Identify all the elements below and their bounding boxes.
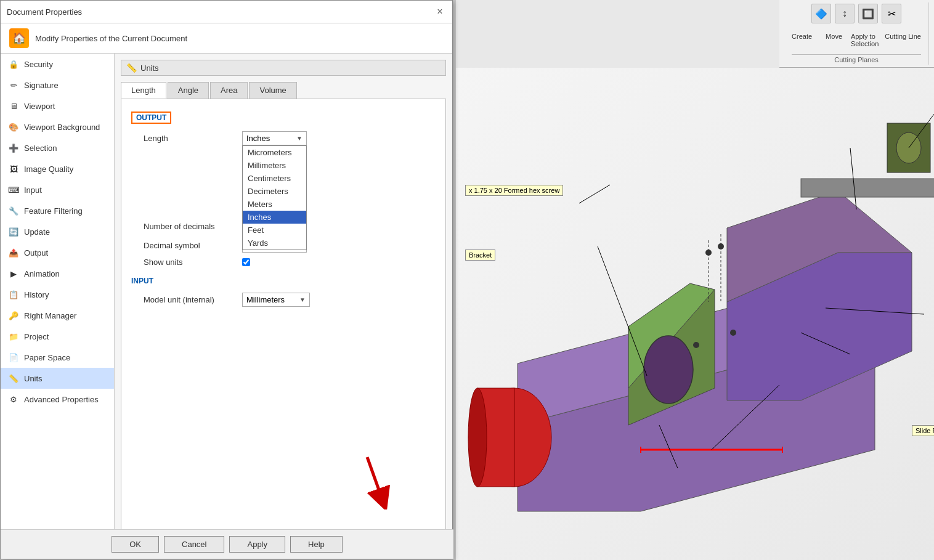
option-inches[interactable]: Inches bbox=[243, 211, 306, 224]
tab-volume[interactable]: Volume bbox=[249, 82, 296, 99]
toolbar-icons-row: 🔷 ↕ 🔲 ✂ bbox=[811, 4, 901, 23]
document-properties-dialog: Document Properties × 🏠 Modify Propertie… bbox=[0, 0, 453, 559]
image-quality-icon: 🖼 bbox=[8, 163, 19, 174]
animation-icon: ▶ bbox=[8, 268, 19, 279]
units-icon: 📏 bbox=[8, 373, 19, 384]
cad-assembly-svg bbox=[456, 68, 934, 560]
input-section-header: INPUT bbox=[131, 277, 436, 285]
tabs-bar: Length Angle Area Volume bbox=[121, 82, 446, 99]
sidebar-item-output[interactable]: 📤 Output bbox=[1, 242, 114, 263]
sidebar-item-input[interactable]: ⌨ Input bbox=[1, 179, 114, 200]
sidebar-item-history[interactable]: 📋 History bbox=[1, 284, 114, 305]
sidebar-label-paper-space: Paper Space bbox=[24, 353, 70, 362]
viewport-icon: 🖥 bbox=[8, 100, 19, 112]
sidebar-item-security[interactable]: 🔒 Security bbox=[1, 54, 114, 75]
create-icon[interactable]: 🔷 bbox=[811, 4, 831, 23]
cutting-line-label: Cutting Line bbox=[885, 33, 921, 47]
model-unit-dropdown[interactable]: Millimeters ▼ bbox=[242, 293, 310, 307]
annotation-slide-plate: Slide Plate bbox=[912, 425, 934, 436]
length-dropdown[interactable]: Inches ▼ bbox=[242, 131, 307, 145]
apply-selection-icon[interactable]: 🔲 bbox=[858, 4, 878, 23]
sidebar-label-update: Update bbox=[24, 227, 50, 237]
apply-button[interactable]: Apply bbox=[229, 536, 285, 553]
output-section-header: OUTPUT bbox=[131, 112, 171, 124]
length-dropdown-value: Inches bbox=[246, 134, 270, 143]
sidebar-item-selection[interactable]: ➕ Selection bbox=[1, 137, 114, 158]
move-label: Move bbox=[826, 33, 842, 47]
dialog-titlebar: Document Properties × bbox=[1, 1, 452, 23]
svg-point-7 bbox=[644, 336, 693, 404]
dropdown-arrow-icon: ▼ bbox=[296, 135, 303, 142]
svg-rect-10 bbox=[801, 179, 934, 197]
sidebar-label-selection: Selection bbox=[24, 144, 57, 153]
option-decimeters[interactable]: Decimeters bbox=[243, 185, 306, 198]
dialog-subtitle-bar: 🏠 Modify Properties of the Current Docum… bbox=[1, 23, 452, 54]
advanced-properties-icon: ⚙ bbox=[8, 394, 19, 405]
sidebar-label-output: Output bbox=[24, 248, 48, 258]
form-row-show-units: Show units bbox=[131, 258, 436, 267]
sidebar-item-viewport-background[interactable]: 🎨 Viewport Background bbox=[1, 116, 114, 137]
toolbar: 🔷 ↕ 🔲 ✂ Create Move Apply toSelection Cu… bbox=[779, 0, 934, 68]
project-icon: 📁 bbox=[8, 331, 19, 342]
option-micrometers[interactable]: Micrometers bbox=[243, 146, 306, 159]
option-yards[interactable]: Yards bbox=[243, 237, 306, 250]
cutting-line-icon[interactable]: ✂ bbox=[882, 4, 901, 23]
dialog-app-icon: 🏠 bbox=[9, 28, 29, 48]
viewport-background-icon: 🎨 bbox=[8, 121, 19, 132]
model-unit-value: Millimeters bbox=[246, 295, 285, 304]
svg-line-24 bbox=[579, 185, 610, 203]
content-header: 📏 Units bbox=[121, 60, 446, 76]
sidebar-label-viewport-background: Viewport Background bbox=[24, 123, 100, 132]
move-icon[interactable]: ↕ bbox=[835, 4, 855, 23]
sidebar-item-right-manager[interactable]: 🔑 Right Manager bbox=[1, 305, 114, 326]
option-meters[interactable]: Meters bbox=[243, 198, 306, 211]
show-units-checkbox[interactable] bbox=[242, 258, 250, 266]
sidebar-label-image-quality: Image Quality bbox=[24, 164, 73, 174]
tab-length[interactable]: Length bbox=[121, 82, 166, 99]
tab-angle[interactable]: Angle bbox=[168, 82, 209, 99]
dialog-close-button[interactable]: × bbox=[434, 6, 446, 18]
form-row-model-unit: Model unit (internal) Millimeters ▼ bbox=[131, 293, 436, 307]
sidebar-label-animation: Animation bbox=[24, 269, 60, 278]
decimal-symbol-label: Decimal symbol bbox=[144, 241, 242, 250]
sidebar-item-animation[interactable]: ▶ Animation bbox=[1, 263, 114, 284]
cad-view: 1.50 Pillow Block Bearing Overender Shaf… bbox=[456, 68, 934, 560]
toolbar-section-title: Cutting Planes bbox=[792, 54, 921, 63]
cancel-button[interactable]: Cancel bbox=[164, 536, 224, 553]
sidebar-label-feature-filtering: Feature Filtering bbox=[24, 206, 83, 216]
units-header-icon: 📏 bbox=[126, 63, 137, 73]
output-icon: 📤 bbox=[8, 247, 19, 258]
sidebar-label-right-manager: Right Manager bbox=[24, 311, 76, 320]
option-millimeters[interactable]: Millimeters bbox=[243, 159, 306, 172]
dialog-window-title: Document Properties bbox=[7, 7, 82, 17]
sidebar-item-advanced-properties[interactable]: ⚙ Advanced Properties bbox=[1, 389, 114, 410]
sidebar-item-image-quality[interactable]: 🖼 Image Quality bbox=[1, 158, 114, 179]
update-icon: 🔄 bbox=[8, 226, 19, 237]
sidebar-label-advanced-properties: Advanced Properties bbox=[24, 395, 99, 404]
signature-icon: ✏ bbox=[8, 79, 19, 91]
dialog-overlay: Document Properties × 🏠 Modify Propertie… bbox=[0, 0, 456, 560]
sidebar-item-units[interactable]: 📏 Units bbox=[1, 368, 114, 389]
sidebar-item-viewport[interactable]: 🖥 Viewport bbox=[1, 95, 114, 116]
feature-filtering-icon: 🔧 bbox=[8, 205, 19, 216]
sidebar-item-feature-filtering[interactable]: 🔧 Feature Filtering bbox=[1, 200, 114, 221]
show-units-label: Show units bbox=[144, 258, 242, 267]
length-dropdown-container: Inches ▼ Micrometers Millimeters Centime… bbox=[242, 131, 307, 145]
sidebar-label-signature: Signature bbox=[24, 81, 59, 90]
svg-point-15 bbox=[693, 342, 699, 348]
sidebar-item-paper-space[interactable]: 📄 Paper Space bbox=[1, 347, 114, 368]
option-feet[interactable]: Feet bbox=[243, 224, 306, 237]
sidebar-item-signature[interactable]: ✏ Signature bbox=[1, 75, 114, 95]
option-centimeters[interactable]: Centimeters bbox=[243, 172, 306, 185]
sidebar-label-security: Security bbox=[24, 60, 53, 69]
length-label: Length bbox=[144, 134, 242, 143]
dialog-body: 🔒 Security ✏ Signature 🖥 Viewport 🎨 View… bbox=[1, 54, 452, 559]
tab-area[interactable]: Area bbox=[210, 82, 248, 99]
sidebar-item-project[interactable]: 📁 Project bbox=[1, 326, 114, 347]
help-button[interactable]: Help bbox=[290, 536, 343, 553]
dialog-subtitle: Modify Properties of the Current Documen… bbox=[35, 34, 187, 43]
svg-point-4 bbox=[468, 388, 487, 487]
input-icon: ⌨ bbox=[8, 184, 19, 195]
ok-button[interactable]: OK bbox=[112, 536, 159, 553]
sidebar-item-update[interactable]: 🔄 Update bbox=[1, 221, 114, 242]
